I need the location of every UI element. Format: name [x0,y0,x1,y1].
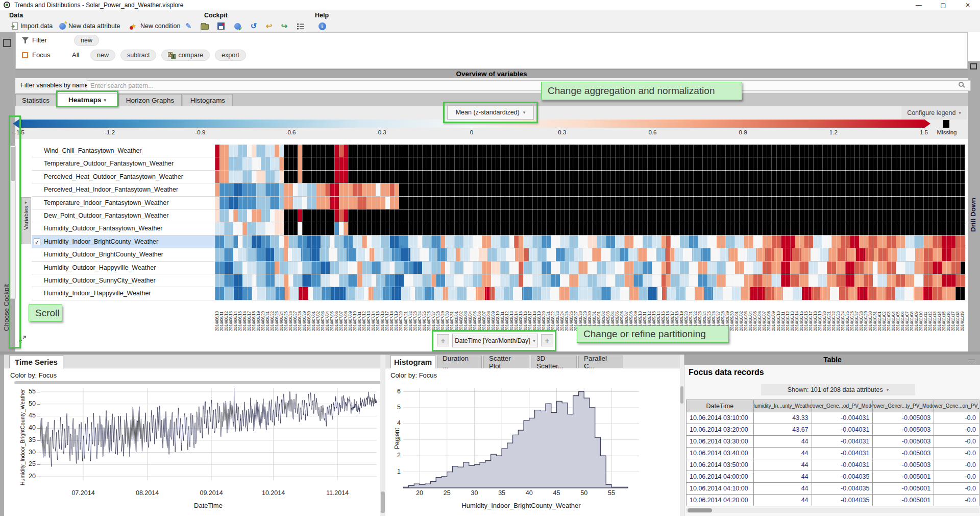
apply-icon[interactable] [232,21,243,31]
table-row[interactable]: 10.06.2014 03:30:0044-0.004031-0.005003-… [687,436,979,448]
variable-row[interactable]: Temperature_Outdoor_Fantasytown_Weather [32,157,215,170]
variable-row[interactable]: Perceived_Heat_Outdoor_Fantasytown_Weath… [32,171,215,183]
pill-export[interactable]: export [215,50,246,61]
variable-row[interactable]: Humidity_Outdoor_SunnyCity_Weather [32,274,215,287]
variable-row[interactable]: Wind_Chill_Fantasytown_Weather [32,145,215,157]
pill-new[interactable]: new [90,50,115,61]
time-series-range-slider[interactable] [14,381,381,384]
save-cockpit-icon[interactable] [215,21,227,31]
pill-subtract[interactable]: subtract [120,50,156,61]
table-minimize-icon[interactable]: — [968,355,975,365]
pill-new[interactable]: new [74,35,99,46]
time-series-panel: Time Series Color by: Focus Humidity_Ind… [4,355,380,516]
help-info-icon[interactable]: i [316,21,328,31]
new-data-attribute-button[interactable]: New data attribute [59,21,120,31]
panel-divider-scrollbar[interactable] [680,355,684,516]
variable-row[interactable]: Dew_Point_Outdoor_Fantasytown_Weather [32,209,215,222]
date-tick-label: 2014/11/18 [955,301,960,331]
tab-heatmaps[interactable]: Heatmaps▾ [57,93,117,106]
variable-row[interactable]: Humidity_Outdoor_Fantasytown_Weather [32,222,215,235]
scrollbar-thumb[interactable] [381,491,385,513]
minimize-button[interactable]: — [908,0,930,10]
import-data-button[interactable]: Import data [12,21,53,31]
table-row[interactable]: 10.06.2014 04:10:0044-0.004035-0.005001-… [687,483,979,495]
reset-icon[interactable]: ↺ [248,21,259,31]
scrollbar-thumb[interactable] [688,508,712,512]
panel-window-icon[interactable] [3,39,11,47]
restore-panel-icon[interactable] [970,63,977,69]
new-condition-icon: ★ [131,22,138,30]
tab-parallel-c-[interactable]: Parallel C... [578,356,623,368]
tab-duration-[interactable]: Duration ... [437,356,482,368]
histogram-plot[interactable] [403,386,639,488]
focus-all-label[interactable]: All [72,51,79,59]
overview-panel-title: Overview of variables [15,69,968,78]
time-series-plot[interactable] [40,386,377,487]
date-tick-label: 2014/07/26 [427,301,431,331]
variable-search-input[interactable] [87,80,971,91]
variable-row[interactable]: ✓Humidity_Indoor_BrightCounty_Weather [32,236,215,248]
histogram-x-axis-label: Humidity_Indoor_BrightCounty_Weather [445,502,598,509]
redo-icon[interactable]: ↪ [279,21,290,31]
close-button[interactable]: ✕ [957,0,979,10]
heatmap-row [215,171,965,183]
pill-compare[interactable]: ABcompare [161,50,210,61]
heatmap-row [215,197,965,209]
date-tick-label: 2014/08/12 [505,301,509,331]
table-horizontal-scrollbar[interactable] [686,508,979,513]
variable-row[interactable]: Humidity_Outdoor_BrightCounty_Weather [32,248,215,261]
heatmap-row [215,222,965,235]
new-data-attribute-icon [59,23,66,30]
tab-horizon-graphs[interactable]: Horizon Graphs [118,94,182,106]
column-header[interactable]: Power_Gene...on_PV_M [934,400,979,412]
table-row[interactable]: 10.06.2014 03:20:0043.67-0.004031-0.0050… [687,424,979,436]
table-row[interactable]: 10.06.2014 04:00:0044-0.004035-0.005001-… [687,471,979,483]
tab-time-series[interactable]: Time Series [9,355,63,368]
scrollbar-thumb[interactable] [680,386,683,404]
shown-attributes-dropdown[interactable]: Shown: 101 of 208 data attributes ▾ [761,384,915,395]
column-header[interactable]: Power_Gene...od_PV_Model [812,400,873,412]
drill-down-label[interactable]: Drill Down [969,178,978,252]
table-row[interactable]: 10.06.2014 03:10:0043.33-0.004031-0.0050… [687,412,979,424]
date-tick-label: 2014/06/11 [219,301,224,331]
date-tick-label: 2014/10/12 [786,301,790,331]
table-row[interactable]: 10.06.2014 03:40:0044-0.004031-0.005003-… [687,448,979,459]
tab-histograms[interactable]: Histograms [183,94,233,106]
maximize-button[interactable]: ▢ [932,0,954,10]
variable-row[interactable]: Temperature_Indoor_Fantasytown_Weather [32,197,215,209]
date-tick-label: 2014/06/20 [261,301,265,331]
new-condition-button[interactable]: ★ New condition [131,21,181,31]
date-tick-label: 2014/06/17 [247,301,252,331]
variable-row[interactable]: Humidity_Indoor_Happyville_Weather [32,287,215,300]
date-tick-label: 2014/08/22 [551,301,555,331]
table-row[interactable]: 10.06.2014 04:20:0044-0.004035-0.005001-… [687,495,979,506]
tab-scatter-plot[interactable]: Scatter Plot [483,356,529,368]
heatmap-row [215,262,965,274]
tab-histogram[interactable]: Histogram [390,355,435,368]
column-header[interactable]: Power_Gener...ty_PV_Model [873,400,934,412]
missing-label: Missing [934,129,960,135]
variables-side-tab[interactable]: ▸ Variables [21,197,31,244]
column-header[interactable]: Humidity_In...unty_Weather [754,400,812,412]
configure-legend-button[interactable]: Configure legend ▾ [901,106,967,120]
heatmap-grid[interactable] [215,145,965,300]
heatmap-row [215,287,965,300]
table-row[interactable]: 10.06.2014 03:50:0044-0.004031-0.005003-… [687,459,979,471]
heatmap-row [215,209,965,222]
tab-statistics[interactable]: Statistics [15,94,56,106]
column-header[interactable]: DateTime [687,400,754,412]
edit-cockpit-icon[interactable]: ✎ [183,21,194,31]
tab-3d-scatter-[interactable]: 3D Scatter... [531,356,577,368]
panel-divider-scrollbar[interactable] [380,355,385,516]
data-table[interactable]: DateTimeHumidity_In...unty_WeatherPower_… [686,400,979,506]
task-list-icon[interactable] [295,21,306,31]
open-cockpit-icon[interactable] [199,21,210,31]
date-tick-label: 2014/07/24 [418,301,422,331]
legend-tick: -0.6 [280,129,302,135]
variable-checkbox[interactable]: ✓ [34,239,40,245]
variable-row[interactable]: Humidity_Outdoor_Happyville_Weather [32,262,215,274]
variable-row[interactable]: Perceived_Heat_Indoor_Fantasytown_Weathe… [32,183,215,196]
date-tick-label: 2014/06/10 [215,301,219,331]
heatmap-row [215,248,965,261]
undo-icon[interactable]: ↩ [263,21,275,31]
